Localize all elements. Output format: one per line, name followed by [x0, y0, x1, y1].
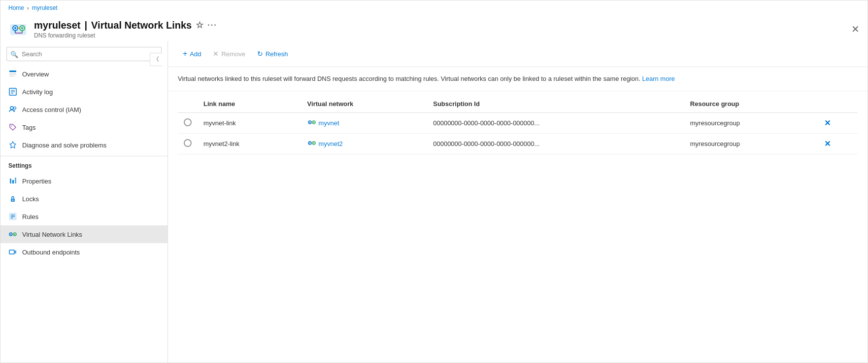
svg-point-24	[12, 200, 13, 201]
table-container: Link name Virtual network Subscription I…	[168, 91, 868, 363]
resource-icon	[8, 19, 28, 39]
row-virtual-network: myvnet2	[301, 133, 428, 154]
remove-button[interactable]: ✕ Remove	[208, 47, 250, 60]
nav-diagnose[interactable]: Diagnose and solve problems	[0, 136, 167, 154]
col-select	[178, 95, 198, 113]
row-delete-cell: ✕	[818, 112, 858, 133]
rules-label: Rules	[22, 213, 38, 220]
svg-point-4	[21, 27, 23, 29]
row-delete-cell: ✕	[818, 133, 858, 154]
svg-point-17	[10, 107, 13, 109]
svg-point-36	[309, 121, 310, 122]
close-icon[interactable]: ✕	[851, 23, 860, 35]
nav-tags[interactable]: Tags	[0, 118, 167, 136]
svg-rect-34	[9, 250, 14, 254]
tags-label: Tags	[22, 124, 35, 131]
activity-log-icon	[8, 87, 17, 96]
access-control-label: Access control (IAM)	[22, 106, 81, 113]
diagnose-label: Diagnose and solve problems	[22, 142, 106, 149]
svg-rect-10	[9, 73, 16, 73]
nav-virtual-network-links[interactable]: Virtual Network Links	[0, 225, 167, 243]
table-row: myvnet-link myvnet00000000-0000-0000-000…	[178, 112, 858, 133]
svg-point-43	[313, 142, 314, 143]
nav-activity-log[interactable]: Activity log	[0, 83, 167, 101]
vnet-link[interactable]: myvnet	[307, 118, 422, 128]
breadcrumb-home[interactable]: Home	[8, 4, 24, 11]
breadcrumb-chevron: ›	[27, 5, 29, 11]
table-row: myvnet2-link myvnet200000000-0000-0000-0…	[178, 133, 858, 154]
delete-row-button[interactable]: ✕	[824, 140, 831, 148]
svg-rect-9	[9, 71, 16, 72]
header-subtitle: DNS forwarding ruleset	[34, 32, 845, 39]
nav-outbound-endpoints[interactable]: Outbound endpoints	[0, 243, 167, 261]
col-actions	[818, 95, 858, 113]
svg-point-32	[14, 234, 15, 235]
svg-point-18	[14, 107, 16, 109]
diagnose-icon	[8, 141, 17, 149]
svg-rect-22	[15, 178, 16, 183]
svg-rect-12	[9, 76, 14, 76]
tags-icon	[8, 123, 17, 132]
col-virtual-network: Virtual network	[301, 95, 428, 113]
nav-locks[interactable]: Locks	[0, 190, 167, 208]
settings-section-header: Settings	[0, 156, 167, 172]
favorite-icon[interactable]: ☆	[196, 20, 203, 31]
remove-icon: ✕	[213, 50, 219, 58]
nav-access-control[interactable]: Access control (IAM)	[0, 101, 167, 118]
search-box: 🔍 《	[6, 47, 162, 61]
svg-rect-21	[12, 180, 14, 183]
nav-properties[interactable]: Properties	[0, 172, 167, 190]
refresh-label: Refresh	[266, 50, 288, 58]
svg-point-41	[309, 142, 310, 143]
add-button[interactable]: + Add	[178, 47, 206, 61]
vnet-link[interactable]: myvnet2	[307, 139, 422, 149]
search-input[interactable]	[6, 47, 162, 61]
description: Virtual networks linked to this ruleset …	[168, 67, 868, 91]
row-link-name: myvnet-link	[198, 112, 301, 133]
toolbar: + Add ✕ Remove ↻ Refresh	[168, 41, 868, 67]
header-text: myruleset | Virtual Network Links ☆ ··· …	[34, 20, 845, 39]
resource-name: myruleset	[34, 20, 81, 31]
row-virtual-network: myvnet	[301, 112, 428, 133]
properties-icon	[8, 177, 17, 185]
more-options-icon[interactable]: ···	[207, 21, 217, 30]
locks-label: Locks	[22, 195, 39, 203]
vnet-icon	[307, 139, 316, 149]
row-select-radio[interactable]	[184, 139, 192, 147]
row-select-radio[interactable]	[184, 118, 192, 126]
row-resource-group: myresourcegroup	[684, 133, 818, 154]
properties-label: Properties	[22, 178, 51, 185]
svg-point-2	[14, 27, 16, 29]
refresh-button[interactable]: ↻ Refresh	[252, 47, 293, 60]
row-subscription-id: 00000000-0000-0000-0000-000000...	[427, 133, 684, 154]
nav-rules[interactable]: Rules	[0, 208, 167, 225]
row-resource-group: myresourcegroup	[684, 112, 818, 133]
svg-point-30	[10, 234, 11, 235]
svg-rect-20	[10, 179, 11, 183]
remove-label: Remove	[221, 50, 245, 58]
search-icon: 🔍	[10, 50, 18, 58]
add-icon: +	[183, 49, 187, 58]
outbound-icon	[8, 248, 17, 256]
nav-overview[interactable]: Overview	[0, 65, 167, 83]
learn-more-link[interactable]: Learn more	[642, 75, 674, 82]
rules-icon	[8, 212, 17, 221]
header-title: myruleset | Virtual Network Links ☆ ···	[34, 20, 845, 31]
delete-row-button[interactable]: ✕	[824, 119, 831, 127]
title-separator: |	[85, 20, 88, 31]
breadcrumb-resource[interactable]: myruleset	[32, 4, 58, 11]
collapse-button[interactable]: 《	[150, 53, 162, 66]
row-link-name: myvnet2-link	[198, 133, 301, 154]
col-link-name: Link name	[198, 95, 301, 113]
content-area: + Add ✕ Remove ↻ Refresh Virtual network…	[168, 41, 868, 363]
col-resource-group: Resource group	[684, 95, 818, 113]
overview-label: Overview	[22, 71, 49, 78]
vnet-icon	[307, 118, 316, 128]
row-radio-cell	[178, 133, 198, 154]
page-header: myruleset | Virtual Network Links ☆ ··· …	[0, 15, 868, 41]
table-header-row: Link name Virtual network Subscription I…	[178, 95, 858, 113]
refresh-icon: ↻	[257, 50, 263, 58]
svg-point-38	[313, 121, 314, 122]
overview-icon	[8, 70, 17, 78]
virtual-network-links-label: Virtual Network Links	[22, 231, 82, 238]
